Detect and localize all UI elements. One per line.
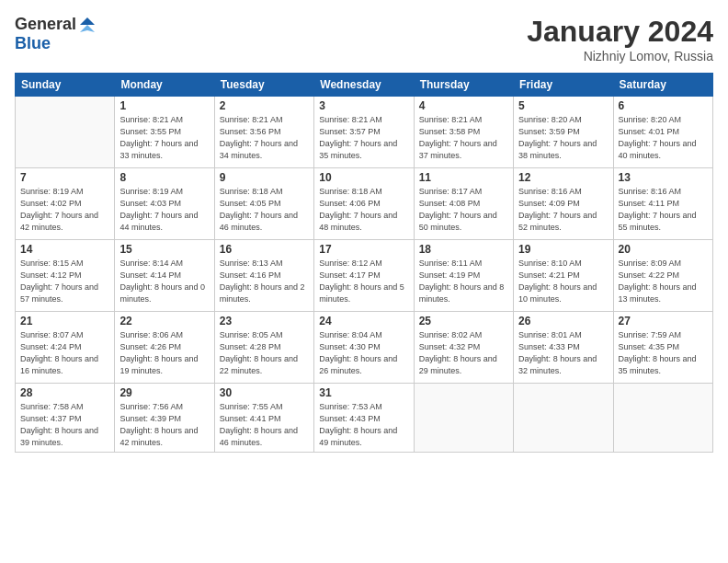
table-row: 15Sunrise: 8:14 AMSunset: 4:14 PMDayligh… — [115, 240, 214, 312]
day-info: Sunrise: 8:18 AMSunset: 4:05 PMDaylight:… — [220, 186, 309, 234]
table-row: 4Sunrise: 8:21 AMSunset: 3:58 PMDaylight… — [414, 97, 513, 168]
day-number: 13 — [619, 171, 708, 184]
table-row — [16, 97, 115, 168]
table-row: 28Sunrise: 7:58 AMSunset: 4:37 PMDayligh… — [16, 384, 115, 453]
day-number: 27 — [619, 315, 708, 327]
day-info: Sunrise: 8:02 AMSunset: 4:32 PMDaylight:… — [419, 329, 508, 377]
day-info: Sunrise: 8:13 AMSunset: 4:16 PMDaylight:… — [220, 258, 309, 305]
table-row: 29Sunrise: 7:56 AMSunset: 4:39 PMDayligh… — [115, 384, 214, 453]
day-info: Sunrise: 8:05 AMSunset: 4:28 PMDaylight:… — [220, 329, 309, 377]
day-info: Sunrise: 8:19 AMSunset: 4:02 PMDaylight:… — [20, 186, 109, 234]
day-number: 26 — [518, 315, 608, 327]
day-number: 14 — [20, 243, 109, 256]
day-info: Sunrise: 7:55 AMSunset: 4:41 PMDaylight:… — [220, 401, 309, 449]
logo-blue: Blue — [15, 34, 51, 53]
table-row: 11Sunrise: 8:17 AMSunset: 4:08 PMDayligh… — [414, 168, 513, 240]
table-row: 22Sunrise: 8:06 AMSunset: 4:26 PMDayligh… — [115, 312, 214, 384]
table-row: 1Sunrise: 8:21 AMSunset: 3:55 PMDaylight… — [115, 97, 214, 168]
day-info: Sunrise: 8:09 AMSunset: 4:22 PMDaylight:… — [619, 258, 708, 305]
day-number: 4 — [419, 99, 508, 112]
header-wednesday: Wednesday — [314, 74, 414, 97]
table-row — [613, 384, 712, 453]
table-row: 27Sunrise: 7:59 AMSunset: 4:35 PMDayligh… — [613, 312, 712, 384]
day-info: Sunrise: 8:20 AMSunset: 3:59 PMDaylight:… — [518, 114, 608, 162]
table-row: 23Sunrise: 8:05 AMSunset: 4:28 PMDayligh… — [214, 312, 313, 384]
day-number: 9 — [220, 171, 309, 184]
table-row: 16Sunrise: 8:13 AMSunset: 4:16 PMDayligh… — [214, 240, 313, 312]
day-number: 3 — [319, 99, 408, 112]
table-row: 18Sunrise: 8:11 AMSunset: 4:19 PMDayligh… — [414, 240, 513, 312]
table-row: 30Sunrise: 7:55 AMSunset: 4:41 PMDayligh… — [214, 384, 313, 453]
day-info: Sunrise: 8:10 AMSunset: 4:21 PMDaylight:… — [518, 258, 608, 305]
day-info: Sunrise: 8:01 AMSunset: 4:33 PMDaylight:… — [518, 329, 608, 377]
day-number: 18 — [419, 243, 508, 256]
table-row: 24Sunrise: 8:04 AMSunset: 4:30 PMDayligh… — [314, 312, 414, 384]
day-number: 23 — [220, 315, 309, 327]
svg-marker-0 — [80, 17, 95, 25]
calendar-table: Sunday Monday Tuesday Wednesday Thursday… — [15, 73, 713, 453]
table-row — [514, 384, 613, 453]
day-number: 21 — [20, 315, 109, 327]
day-number: 6 — [619, 99, 708, 112]
day-info: Sunrise: 8:16 AMSunset: 4:11 PMDaylight:… — [619, 186, 708, 234]
page: General Blue January 2024 Nizhniy Lomov,… — [0, 0, 728, 563]
table-row: 2Sunrise: 8:21 AMSunset: 3:56 PMDaylight… — [214, 97, 313, 168]
day-number: 29 — [119, 386, 209, 399]
day-info: Sunrise: 8:12 AMSunset: 4:17 PMDaylight:… — [319, 258, 408, 305]
day-info: Sunrise: 7:59 AMSunset: 4:35 PMDaylight:… — [619, 329, 708, 377]
day-info: Sunrise: 8:18 AMSunset: 4:06 PMDaylight:… — [319, 186, 408, 234]
day-number: 8 — [119, 171, 209, 184]
table-row: 26Sunrise: 8:01 AMSunset: 4:33 PMDayligh… — [514, 312, 613, 384]
table-row: 12Sunrise: 8:16 AMSunset: 4:09 PMDayligh… — [514, 168, 613, 240]
table-row: 10Sunrise: 8:18 AMSunset: 4:06 PMDayligh… — [314, 168, 414, 240]
day-number: 20 — [619, 243, 708, 256]
table-row: 5Sunrise: 8:20 AMSunset: 3:59 PMDaylight… — [514, 97, 613, 168]
location: Nizhniy Lomov, Russia — [527, 49, 713, 63]
table-row — [414, 384, 513, 453]
day-info: Sunrise: 8:06 AMSunset: 4:26 PMDaylight:… — [119, 329, 209, 377]
day-info: Sunrise: 7:53 AMSunset: 4:43 PMDaylight:… — [319, 401, 408, 449]
day-number: 19 — [518, 243, 608, 256]
day-number: 12 — [518, 171, 608, 184]
day-number: 28 — [20, 386, 109, 399]
title-block: January 2024 Nizhniy Lomov, Russia — [527, 15, 713, 63]
day-info: Sunrise: 8:21 AMSunset: 3:58 PMDaylight:… — [419, 114, 508, 162]
table-row: 25Sunrise: 8:02 AMSunset: 4:32 PMDayligh… — [414, 312, 513, 384]
header-saturday: Saturday — [613, 74, 712, 97]
day-number: 17 — [319, 243, 408, 256]
day-info: Sunrise: 8:21 AMSunset: 3:57 PMDaylight:… — [319, 114, 408, 162]
day-number: 25 — [419, 315, 508, 327]
logo-icon — [78, 16, 97, 34]
day-number: 11 — [419, 171, 508, 184]
day-info: Sunrise: 8:07 AMSunset: 4:24 PMDaylight:… — [20, 329, 109, 377]
day-info: Sunrise: 8:16 AMSunset: 4:09 PMDaylight:… — [518, 186, 608, 234]
table-row: 7Sunrise: 8:19 AMSunset: 4:02 PMDaylight… — [16, 168, 115, 240]
table-row: 17Sunrise: 8:12 AMSunset: 4:17 PMDayligh… — [314, 240, 414, 312]
svg-marker-1 — [80, 25, 95, 32]
header-thursday: Thursday — [414, 74, 513, 97]
day-number: 30 — [220, 386, 309, 399]
day-number: 15 — [119, 243, 209, 256]
day-number: 2 — [220, 99, 309, 112]
header-sunday: Sunday — [16, 74, 115, 97]
day-info: Sunrise: 8:17 AMSunset: 4:08 PMDaylight:… — [419, 186, 508, 234]
day-number: 1 — [119, 99, 209, 112]
table-row: 6Sunrise: 8:20 AMSunset: 4:01 PMDaylight… — [613, 97, 712, 168]
day-info: Sunrise: 8:04 AMSunset: 4:30 PMDaylight:… — [319, 329, 408, 377]
day-info: Sunrise: 8:15 AMSunset: 4:12 PMDaylight:… — [20, 258, 109, 305]
logo: General Blue — [15, 15, 97, 53]
table-row: 31Sunrise: 7:53 AMSunset: 4:43 PMDayligh… — [314, 384, 414, 453]
day-number: 16 — [220, 243, 309, 256]
weekday-header-row: Sunday Monday Tuesday Wednesday Thursday… — [16, 74, 713, 97]
month-title: January 2024 — [527, 15, 713, 49]
table-row: 8Sunrise: 8:19 AMSunset: 4:03 PMDaylight… — [115, 168, 214, 240]
day-number: 24 — [319, 315, 408, 327]
table-row: 19Sunrise: 8:10 AMSunset: 4:21 PMDayligh… — [514, 240, 613, 312]
day-number: 31 — [319, 386, 408, 399]
header-tuesday: Tuesday — [214, 74, 313, 97]
day-info: Sunrise: 7:56 AMSunset: 4:39 PMDaylight:… — [119, 401, 209, 449]
table-row: 21Sunrise: 8:07 AMSunset: 4:24 PMDayligh… — [16, 312, 115, 384]
table-row: 9Sunrise: 8:18 AMSunset: 4:05 PMDaylight… — [214, 168, 313, 240]
day-info: Sunrise: 8:20 AMSunset: 4:01 PMDaylight:… — [619, 114, 708, 162]
day-info: Sunrise: 8:19 AMSunset: 4:03 PMDaylight:… — [119, 186, 209, 234]
